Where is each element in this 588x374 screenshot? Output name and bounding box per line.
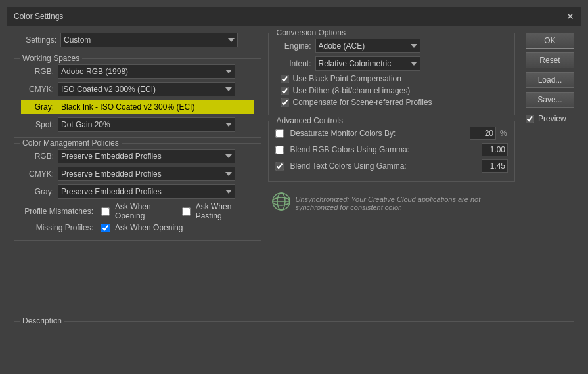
reset-button[interactable]: Reset <box>526 52 574 68</box>
working-spaces-section: Working Spaces RGB: Adobe RGB (1998) CMY… <box>14 58 261 138</box>
policy-rgb-label: RGB: <box>21 152 54 161</box>
profile-mismatches-row: Profile Mismatches: Ask When Opening Ask… <box>21 202 254 220</box>
dialog-title: Color Settings <box>14 12 63 21</box>
intent-label: Intent: <box>275 59 311 68</box>
gray-row: Gray: Black Ink - ISO Coated v2 300% (EC… <box>21 100 254 114</box>
desaturate-unit: % <box>500 129 508 138</box>
black-point-row: Use Black Point Compensation <box>275 74 509 83</box>
cmyk-label: CMYK: <box>21 85 54 94</box>
compensate-label: Compensate for Scene-referred Profiles <box>293 98 432 107</box>
ask-when-pasting-label: Ask When Pasting <box>196 202 254 220</box>
policy-rgb-select[interactable]: Preserve Embedded Profiles <box>58 149 235 163</box>
dither-checkbox[interactable] <box>281 87 289 95</box>
desaturate-checkbox[interactable] <box>275 129 284 138</box>
title-bar: Color Settings ✕ <box>7 7 581 26</box>
desaturate-row: Desaturate Monitor Colors By: % <box>275 127 509 140</box>
policy-cmyk-select[interactable]: Preserve Embedded Profiles <box>58 167 235 181</box>
dither-label: Use Dither (8-bit/channel images) <box>293 86 411 95</box>
ask-when-opening-2-checkbox[interactable] <box>101 224 110 232</box>
ok-button[interactable]: OK <box>526 33 574 49</box>
black-point-label: Use Black Point Compensation <box>293 74 401 83</box>
blend-text-input[interactable] <box>482 159 508 173</box>
preview-label: Preview <box>538 114 566 123</box>
engine-select[interactable]: Adobe (ACE) <box>315 39 420 53</box>
blend-text-row: Blend Text Colors Using Gamma: <box>275 159 509 173</box>
blend-rgb-input[interactable] <box>482 143 508 156</box>
left-panel: Settings: Custom Working Spaces RGB: Ado… <box>14 33 261 314</box>
profile-mismatches-label: Profile Mismatches: <box>21 207 93 216</box>
intent-select[interactable]: Relative Colorimetric <box>315 56 420 71</box>
gray-select[interactable]: Black Ink - ISO Coated v2 300% (ECI) <box>58 100 254 114</box>
right-panel: Conversion Options Engine: Adobe (ACE) I… <box>268 33 516 314</box>
rgb-label: RGB: <box>21 67 54 76</box>
preview-checkbox[interactable] <box>526 115 534 123</box>
blend-rgb-row: Blend RGB Colors Using Gamma: <box>275 143 509 156</box>
dither-row: Use Dither (8-bit/channel images) <box>275 86 509 95</box>
description-title: Description <box>20 316 64 325</box>
spot-row: Spot: Dot Gain 20% <box>21 117 254 132</box>
save-button[interactable]: Save... <box>526 92 574 108</box>
ask-when-opening-1-checkbox[interactable] <box>101 207 110 216</box>
sync-text: Unsynchronized: Your Creative Cloud appl… <box>296 196 513 211</box>
color-management-section: Color Management Policies RGB: Preserve … <box>14 143 261 241</box>
compensate-row: Compensate for Scene-referred Profiles <box>275 98 509 107</box>
blend-text-checkbox[interactable] <box>275 162 284 171</box>
color-management-title: Color Management Policies <box>20 138 122 148</box>
spot-label: Spot: <box>21 120 54 129</box>
settings-row: Settings: Custom <box>14 33 261 47</box>
preview-row: Preview <box>526 114 574 123</box>
policy-gray-select[interactable]: Preserve Embedded Profiles <box>58 184 235 199</box>
policy-gray-row: Gray: Preserve Embedded Profiles <box>21 184 254 199</box>
missing-profiles-label: Missing Profiles: <box>21 223 93 232</box>
compensate-checkbox[interactable] <box>281 98 289 107</box>
policy-rgb-row: RGB: Preserve Embedded Profiles <box>21 149 254 163</box>
rgb-row: RGB: Adobe RGB (1998) <box>21 64 254 79</box>
conversion-options-title: Conversion Options <box>274 28 348 37</box>
ask-when-opening-1-label: Ask When Opening <box>115 202 177 220</box>
settings-label: Settings: <box>14 35 57 45</box>
sync-row: Unsynchronized: Your Creative Cloud appl… <box>268 187 516 220</box>
desaturate-input[interactable] <box>470 127 496 140</box>
working-spaces-title: Working Spaces <box>20 54 82 63</box>
cmyk-select[interactable]: ISO Coated v2 300% (ECI) <box>58 82 235 96</box>
missing-profiles-row: Missing Profiles: Ask When Opening <box>21 223 254 232</box>
description-section: Description <box>14 321 574 360</box>
button-panel: OK Reset Load... Save... Preview <box>522 33 574 314</box>
blend-rgb-label: Blend RGB Colors Using Gamma: <box>290 145 478 154</box>
black-point-checkbox[interactable] <box>281 75 289 83</box>
ask-when-opening-2-label: Ask When Opening <box>115 223 183 232</box>
cmyk-row: CMYK: ISO Coated v2 300% (ECI) <box>21 82 254 96</box>
conversion-options-section: Conversion Options Engine: Adobe (ACE) I… <box>268 33 516 115</box>
engine-label: Engine: <box>275 41 311 51</box>
dialog-body: Settings: Custom Working Spaces RGB: Ado… <box>7 26 581 321</box>
desaturate-label: Desaturate Monitor Colors By: <box>290 129 466 138</box>
advanced-controls-section: Advanced Controls Desaturate Monitor Col… <box>268 121 516 182</box>
spot-select[interactable]: Dot Gain 20% <box>58 117 235 132</box>
advanced-controls-title: Advanced Controls <box>274 116 346 125</box>
blend-text-label: Blend Text Colors Using Gamma: <box>290 161 478 171</box>
rgb-select[interactable]: Adobe RGB (1998) <box>58 64 235 79</box>
policy-gray-label: Gray: <box>21 187 54 196</box>
ask-when-pasting-checkbox[interactable] <box>182 207 191 216</box>
sync-icon <box>271 191 290 216</box>
policy-cmyk-row: CMYK: Preserve Embedded Profiles <box>21 167 254 181</box>
intent-row: Intent: Relative Colorimetric <box>275 56 509 71</box>
gray-label: Gray: <box>21 102 54 112</box>
close-button[interactable]: ✕ <box>566 11 574 22</box>
policy-cmyk-label: CMYK: <box>21 169 54 178</box>
load-button[interactable]: Load... <box>526 72 574 88</box>
settings-select[interactable]: Custom <box>60 33 238 47</box>
engine-row: Engine: Adobe (ACE) <box>275 39 509 53</box>
color-settings-dialog: Color Settings ✕ Settings: Custom Workin… <box>7 7 581 367</box>
blend-rgb-checkbox[interactable] <box>275 146 284 154</box>
